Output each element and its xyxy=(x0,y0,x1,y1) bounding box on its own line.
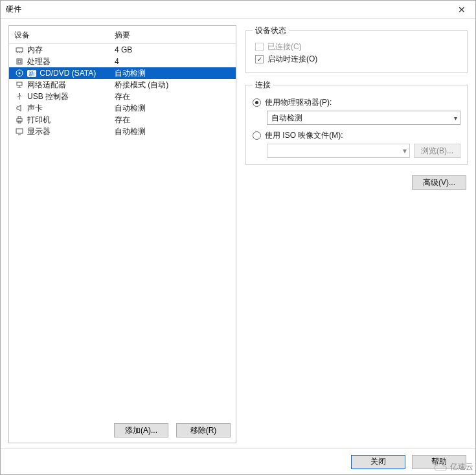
printer-icon xyxy=(14,116,25,124)
connect-at-poweron-row[interactable]: ✓ 启动时连接(O) xyxy=(255,54,460,65)
device-list[interactable]: 内存4 GB处理器4新 CD/DVD (SATA)自动检测网络适配器桥接模式 (… xyxy=(9,44,236,418)
device-name: 声卡 xyxy=(27,103,115,114)
close-icon[interactable]: ✕ xyxy=(452,3,471,17)
device-name: 显示器 xyxy=(27,126,115,137)
svg-point-12 xyxy=(19,93,20,94)
chevron-down-icon: ▾ xyxy=(454,115,457,122)
content-area: 设备 摘要 内存4 GB处理器4新 CD/DVD (SATA)自动检测网络适配器… xyxy=(1,19,475,448)
iso-path-input: ▾ xyxy=(267,144,410,158)
svg-marker-15 xyxy=(17,105,21,111)
device-name: 内存 xyxy=(27,45,115,56)
device-name: 打印机 xyxy=(27,115,115,126)
memory-icon xyxy=(14,46,25,54)
connection-group: 连接 使用物理驱动器(P): 自动检测 ▾ 使用 ISO 映像文件(M): xyxy=(245,80,468,165)
new-badge: 新 xyxy=(27,70,36,77)
device-summary: 桥接模式 (自动) xyxy=(115,80,231,91)
device-summary: 自动检测 xyxy=(115,126,231,137)
connected-checkbox-row: 已连接(C) xyxy=(255,41,460,52)
device-summary: 自动检测 xyxy=(115,68,231,79)
device-row-disc[interactable]: 新 CD/DVD (SATA)自动检测 xyxy=(9,67,236,79)
device-detail-panel: 设备状态 已连接(C) ✓ 启动时连接(O) 连接 使用物理驱动器(P): 自动… xyxy=(245,25,468,443)
device-summary: 4 xyxy=(115,57,231,66)
device-list-panel: 设备 摘要 内存4 GB处理器4新 CD/DVD (SATA)自动检测网络适配器… xyxy=(8,25,236,443)
device-row-usb[interactable]: USB 控制器存在 xyxy=(9,91,236,102)
device-row-display[interactable]: 显示器自动检测 xyxy=(9,126,236,137)
device-name: USB 控制器 xyxy=(27,91,115,102)
svg-rect-4 xyxy=(17,59,22,64)
device-summary: 自动检测 xyxy=(115,103,231,114)
device-summary: 4 GB xyxy=(115,45,231,54)
device-state-legend: 设备状态 xyxy=(253,25,289,36)
connected-label: 已连接(C) xyxy=(267,41,302,52)
list-button-row: 添加(A)... 移除(R) xyxy=(9,418,236,443)
network-icon xyxy=(14,81,25,89)
display-icon xyxy=(14,127,25,135)
add-button[interactable]: 添加(A)... xyxy=(114,423,168,437)
remove-button[interactable]: 移除(R) xyxy=(176,423,231,437)
device-summary: 存在 xyxy=(115,115,231,126)
use-iso-row[interactable]: 使用 ISO 映像文件(M): xyxy=(253,130,460,141)
advanced-button[interactable]: 高级(V)... xyxy=(412,175,466,190)
device-state-group: 设备状态 已连接(C) ✓ 启动时连接(O) xyxy=(245,25,468,73)
device-row-memory[interactable]: 内存4 GB xyxy=(9,44,236,56)
physical-drive-value: 自动检测 xyxy=(271,113,302,124)
svg-rect-0 xyxy=(16,48,23,52)
device-row-cpu[interactable]: 处理器4 xyxy=(9,56,236,67)
connect-at-poweron-checkbox[interactable]: ✓ xyxy=(255,55,264,63)
svg-rect-17 xyxy=(18,116,21,118)
hardware-settings-window: 硬件 ✕ 设备 摘要 内存4 GB处理器4新 CD/DVD (SATA)自动检测… xyxy=(0,0,476,475)
advanced-row: 高级(V)... xyxy=(245,175,468,190)
device-name: 网络适配器 xyxy=(27,80,115,91)
device-row-printer[interactable]: 打印机存在 xyxy=(9,114,236,126)
device-name: 处理器 xyxy=(27,56,115,67)
connect-at-poweron-label: 启动时连接(O) xyxy=(267,54,317,65)
connection-legend: 连接 xyxy=(253,80,273,91)
use-physical-drive-row[interactable]: 使用物理驱动器(P): xyxy=(253,97,460,108)
iso-input-row: ▾ 浏览(B)... xyxy=(267,144,460,158)
svg-rect-5 xyxy=(18,60,21,63)
disc-icon xyxy=(14,69,25,77)
physical-drive-select[interactable]: 自动检测 ▾ xyxy=(267,111,460,125)
dialog-button-bar: 关闭 帮助 xyxy=(1,448,475,474)
cpu-icon xyxy=(14,58,25,65)
window-title: 硬件 xyxy=(6,4,21,15)
svg-rect-8 xyxy=(17,82,22,85)
device-row-sound[interactable]: 声卡自动检测 xyxy=(9,102,236,114)
sound-icon xyxy=(14,104,25,112)
svg-rect-19 xyxy=(16,129,23,133)
close-button[interactable]: 关闭 xyxy=(351,455,405,469)
use-iso-radio[interactable] xyxy=(253,131,261,140)
connected-checkbox xyxy=(255,43,264,51)
browse-button: 浏览(B)... xyxy=(414,144,460,158)
use-physical-label: 使用物理驱动器(P): xyxy=(265,97,332,108)
help-button[interactable]: 帮助 xyxy=(412,455,466,469)
list-header: 设备 摘要 xyxy=(9,26,236,44)
device-row-network[interactable]: 网络适配器桥接模式 (自动) xyxy=(9,79,236,91)
use-iso-label: 使用 ISO 映像文件(M): xyxy=(265,130,343,141)
device-name: 新 CD/DVD (SATA) xyxy=(27,69,115,78)
svg-point-7 xyxy=(19,72,21,74)
usb-icon xyxy=(14,93,25,100)
device-summary: 存在 xyxy=(115,91,231,102)
header-summary: 摘要 xyxy=(115,30,231,41)
header-device: 设备 xyxy=(14,30,115,41)
use-physical-radio[interactable] xyxy=(253,98,261,107)
chevron-down-icon: ▾ xyxy=(403,146,407,155)
titlebar: 硬件 ✕ xyxy=(1,1,475,19)
